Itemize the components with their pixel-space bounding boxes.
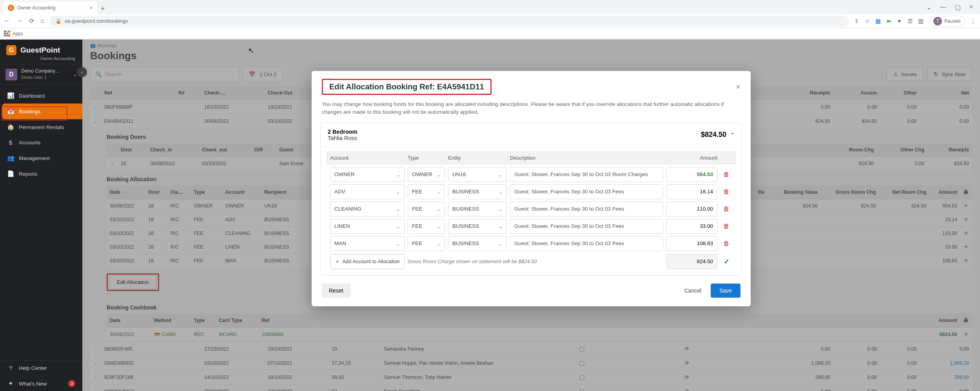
amount-input[interactable]: 18.14 <box>666 184 717 199</box>
browser-chrome: G Owner Accounting × + ⌄ — ▢ × ← → ⟳ ⌂ 🔒… <box>0 0 980 40</box>
nav-back-icon[interactable]: ← <box>4 17 10 25</box>
type-select[interactable]: FEE <box>408 219 445 234</box>
nav-home-icon[interactable]: ⌂ <box>40 17 44 25</box>
content-area: 👥 /Bookings Bookings 🔍 Search 📅 1 Oct 2 … <box>82 40 980 391</box>
sidebar-item-dashboard[interactable]: 📊Dashboard <box>0 88 82 104</box>
modal-title: Edit Allocation Booking Ref: E4A5941D11 <box>329 82 484 91</box>
chrome-menu-icon[interactable]: ⋮ <box>970 18 976 25</box>
amount-input[interactable]: 554.53 <box>666 167 717 182</box>
mouse-cursor-icon: ↖ <box>248 46 254 55</box>
permanent-icon: 🏠 <box>7 124 14 131</box>
company-user: Demo User 1 <box>21 75 47 80</box>
window-close-icon[interactable]: × <box>969 4 973 11</box>
reset-button[interactable]: Reset <box>322 284 350 298</box>
brand: G GuestPoint <box>0 40 82 58</box>
account-select[interactable]: MAN <box>330 236 405 251</box>
panel-room: 2 Bedroom <box>328 129 358 135</box>
entity-select[interactable]: BUSINESS <box>448 219 507 234</box>
sidebar: G GuestPoint Owner Accounting D Demo Com… <box>0 40 82 391</box>
company-switcher[interactable]: D Demo Company… Demo User 1 ⌄ <box>0 64 82 85</box>
ext-icon-2[interactable]: ⬌ <box>886 18 891 25</box>
add-account-button[interactable]: ＋Add Account to Allocation <box>330 254 405 269</box>
modal-close-icon[interactable]: × <box>736 82 740 91</box>
window-min-icon[interactable]: ⌄ <box>926 4 931 11</box>
sidebar-item-accounts[interactable]: $Accounts <box>0 135 82 150</box>
reports-icon: 📄 <box>7 170 14 177</box>
sidebar-item-whatsnew[interactable]: ✦What's New3 <box>0 376 82 391</box>
delete-row-icon[interactable]: 🗑 <box>720 171 732 178</box>
reading-list-icon[interactable]: ☰ <box>907 18 913 25</box>
entity-select[interactable]: BUSINESS <box>448 202 507 216</box>
annotation-highlight-modal-title: Edit Allocation Booking Ref: E4A5941D11 <box>322 79 492 95</box>
nav-forward-icon[interactable]: → <box>16 17 23 25</box>
account-select[interactable]: ADV <box>330 184 405 199</box>
entity-select[interactable]: BUSINESS <box>448 184 507 199</box>
entity-select[interactable]: UN16 <box>448 167 507 182</box>
extensions-icon[interactable]: ✦ <box>897 18 902 25</box>
cancel-button[interactable]: Cancel <box>678 284 708 298</box>
delete-row-icon[interactable]: 🗑 <box>720 206 732 213</box>
modal-alloc-row: LINEN FEE BUSINESS Guest: Stower, France… <box>326 216 736 234</box>
browser-tab[interactable]: G Owner Accounting × <box>3 2 97 14</box>
type-select[interactable]: FEE <box>408 184 445 199</box>
sidebar-item-reports[interactable]: 📄Reports <box>0 166 82 182</box>
sidebar-item-bookings[interactable]: 📅Bookings <box>2 104 82 119</box>
sidebar-item-help[interactable]: ?Help Center <box>0 360 82 376</box>
window-max-icon[interactable]: ▢ <box>955 4 961 11</box>
delete-row-icon[interactable]: 🗑 <box>720 188 732 195</box>
nav-reload-icon[interactable]: ⟳ <box>29 17 34 25</box>
window-min2-icon[interactable]: — <box>940 4 946 11</box>
description-input[interactable]: Guest: Stower, Frances Sep 30 to Oct 03 … <box>510 236 663 251</box>
sidebar-item-management[interactable]: 👥Management <box>0 150 82 166</box>
accounts-icon: $ <box>7 139 14 146</box>
sidebar-item-permanent[interactable]: 🏠Permanent Rentals <box>0 119 82 135</box>
description-input[interactable]: Guest: Stower, Frances Sep 30 to Oct 03 … <box>510 202 663 216</box>
account-select[interactable]: CLEANING <box>330 202 405 216</box>
apps-label[interactable]: Apps <box>13 31 23 36</box>
type-select[interactable]: FEE <box>408 236 445 251</box>
lock-icon: 🔒 <box>55 18 62 24</box>
brand-icon: G <box>6 45 16 55</box>
account-select[interactable]: LINEN <box>330 219 405 234</box>
edit-allocation-modal: Edit Allocation Booking Ref: E4A5941D11 … <box>312 71 751 306</box>
profile-paused[interactable]: T Paused <box>929 16 965 27</box>
address-bar[interactable]: 🔒 oa.guestpoint.com/bookings <box>50 16 849 27</box>
apps-grid-icon[interactable] <box>4 31 10 37</box>
company-badge: D <box>5 69 17 80</box>
tab-close-icon[interactable]: × <box>90 5 93 11</box>
modal-alloc-row: ADV FEE BUSINESS Guest: Stower, Frances … <box>326 182 736 199</box>
star-icon[interactable]: ☆ <box>865 18 870 25</box>
dashboard-icon: 📊 <box>7 92 14 99</box>
brand-sub: Owner Accounting <box>0 56 82 61</box>
sidebar-nav: 📊Dashboard 📅Bookings 🏠Permanent Rentals … <box>0 85 82 185</box>
delete-row-icon[interactable]: 🗑 <box>720 240 732 247</box>
description-input[interactable]: Guest: Stower, Frances Sep 30 to Oct 03 … <box>510 219 663 234</box>
url-text: oa.guestpoint.com/bookings <box>65 18 128 24</box>
delete-row-icon[interactable]: 🗑 <box>720 223 732 230</box>
entity-select[interactable]: BUSINESS <box>448 236 507 251</box>
panel-guest: Tahlia Ross <box>328 135 358 141</box>
side-panel-icon[interactable]: ▥ <box>918 18 924 25</box>
amount-input[interactable]: 108.83 <box>666 236 717 251</box>
amount-input[interactable]: 33.00 <box>666 219 717 234</box>
panel-collapse-icon[interactable]: ⌃ <box>730 132 735 138</box>
account-select[interactable]: OWNER <box>330 167 405 182</box>
bookings-icon: 📅 <box>7 108 14 115</box>
modal-overlay: Edit Allocation Booking Ref: E4A5941D11 … <box>82 40 980 391</box>
help-icon: ? <box>7 365 14 371</box>
panel-price: $824.50 <box>701 131 726 139</box>
save-button[interactable]: Save <box>711 284 740 298</box>
type-select[interactable]: OWNER <box>408 167 445 182</box>
new-tab-button[interactable]: + <box>97 3 108 14</box>
share-icon[interactable]: ⇪ <box>854 18 859 25</box>
description-input[interactable]: Guest: Stower, Frances Sep 30 to Oct 03 … <box>510 184 663 199</box>
chevron-down-icon: ⌄ <box>73 72 77 77</box>
app-container: G GuestPoint Owner Accounting D Demo Com… <box>0 40 980 391</box>
company-name: Demo Company… <box>21 68 60 74</box>
type-select[interactable]: FEE <box>408 202 445 216</box>
description-input[interactable]: Guest: Stower, Frances Sep 30 to Oct 03 … <box>510 167 663 182</box>
ext-icon-1[interactable]: ▦ <box>875 18 881 25</box>
amount-input[interactable]: 110.00 <box>666 202 717 216</box>
modal-alloc-row: CLEANING FEE BUSINESS Guest: Stower, Fra… <box>326 199 736 216</box>
modal-note: You may change how booking funds for thi… <box>312 99 751 123</box>
